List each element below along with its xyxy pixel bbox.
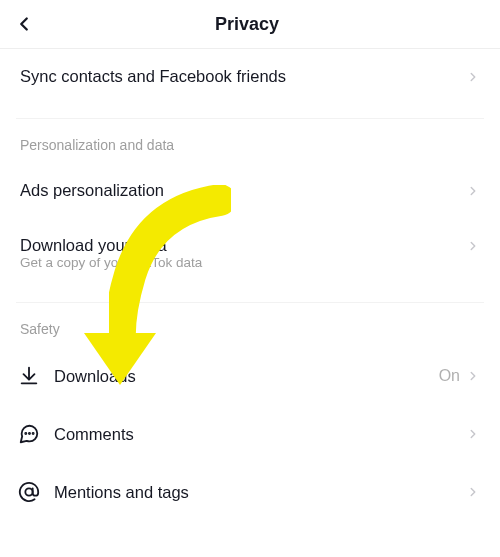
chevron-right-icon xyxy=(466,184,480,198)
row-label: Ads personalization xyxy=(20,181,466,200)
header-bar: Privacy xyxy=(0,0,500,49)
row-label: Sync contacts and Facebook friends xyxy=(20,67,466,86)
svg-point-5 xyxy=(25,488,32,495)
row-label: Download your data xyxy=(20,236,466,255)
back-button[interactable] xyxy=(10,10,38,38)
svg-point-2 xyxy=(25,433,26,434)
row-mentions[interactable]: Mentions and tags xyxy=(0,463,500,521)
svg-point-3 xyxy=(29,433,30,434)
row-comments[interactable]: Comments xyxy=(0,405,500,463)
comment-icon xyxy=(18,423,40,445)
row-value: On xyxy=(439,367,460,385)
row-ads-personalization[interactable]: Ads personalization xyxy=(0,163,500,218)
chevron-right-icon xyxy=(466,70,480,84)
section-safety: Safety xyxy=(0,303,500,347)
row-label: Mentions and tags xyxy=(54,483,466,502)
row-label: Downloads xyxy=(54,367,439,386)
chevron-left-icon xyxy=(13,13,35,35)
row-label: Comments xyxy=(54,425,466,444)
at-icon xyxy=(18,481,40,503)
svg-point-4 xyxy=(33,433,34,434)
section-personalization: Personalization and data xyxy=(0,119,500,163)
chevron-right-icon xyxy=(466,369,480,383)
download-icon xyxy=(18,365,40,387)
chevron-right-icon xyxy=(466,427,480,441)
row-sync-contacts[interactable]: Sync contacts and Facebook friends xyxy=(0,49,500,104)
chevron-right-icon xyxy=(466,239,480,253)
row-subtitle: Get a copy of your TikTok data xyxy=(0,255,500,288)
row-downloads[interactable]: Downloads On xyxy=(0,347,500,405)
chevron-right-icon xyxy=(466,485,480,499)
page-title: Privacy xyxy=(38,14,456,35)
